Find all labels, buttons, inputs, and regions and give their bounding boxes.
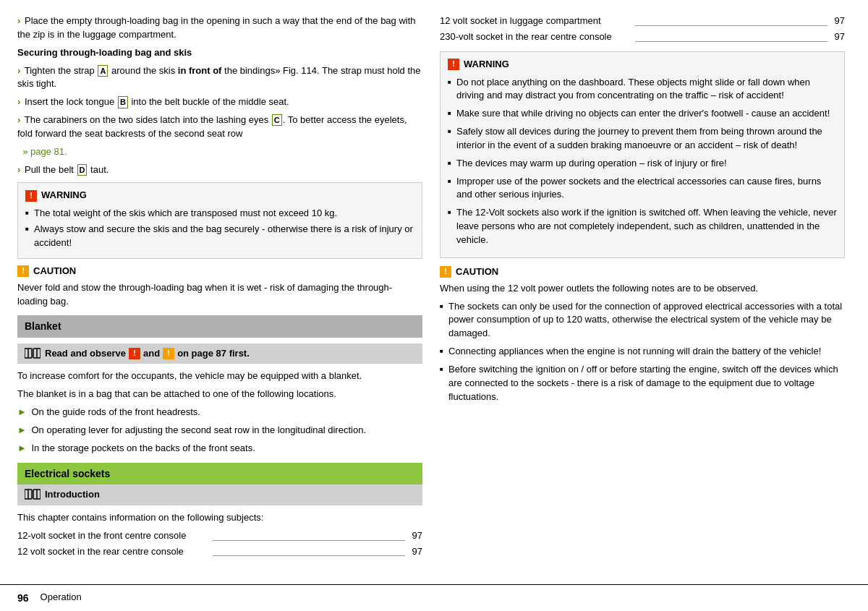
warning-list-right: Do not place anything on the dashboard. … bbox=[448, 76, 837, 247]
electrical-intro-header: Introduction bbox=[17, 484, 422, 505]
blanket-para2: The blanket is in a bag that can be atta… bbox=[17, 388, 422, 401]
label-D: D bbox=[77, 164, 88, 176]
right-toc-row-1: 12 volt socket in luggage compartment 97 bbox=[440, 14, 845, 28]
right-toc-page-2: 97 bbox=[830, 30, 845, 44]
label-A: A bbox=[98, 65, 108, 77]
electrical-intro-label: Introduction bbox=[45, 488, 100, 502]
caution-box-left: ! CAUTION Never fold and stow the throug… bbox=[17, 265, 422, 309]
caution-text-left: Never fold and stow the through-loading … bbox=[17, 281, 422, 309]
right-toc-row-2: 230-volt socket in the rear centre conso… bbox=[440, 30, 845, 44]
electrical-intro-text: This chapter contains information on the… bbox=[17, 511, 422, 525]
blanket-bullet-3: ► In the storage pockets on the backs of… bbox=[17, 442, 422, 456]
chevron-icon-2: › bbox=[17, 96, 20, 107]
warning-box-left: ! WARNING The total weight of the skis w… bbox=[17, 182, 422, 258]
bullet-arrow-1: ► bbox=[17, 406, 27, 417]
right-toc-dots-1 bbox=[635, 25, 827, 26]
toc-page-1: 97 bbox=[408, 529, 422, 543]
securing-item-1: › Tighten the strap A around the skis in… bbox=[17, 64, 422, 92]
securing-item-4: › Pull the belt D taut. bbox=[17, 163, 422, 177]
right-caution-item-2: ■ Connecting appliances when the engine … bbox=[440, 345, 845, 359]
right-toc-label-2: 230-volt socket in the rear centre conso… bbox=[440, 30, 632, 44]
warning-item-1: The total weight of the skis which are t… bbox=[25, 207, 414, 221]
blanket-bullet-1: ► On the guide rods of the front headres… bbox=[17, 406, 422, 419]
right-warning-item-1: Do not place anything on the dashboard. … bbox=[448, 76, 837, 103]
chevron-icon-3: › bbox=[17, 114, 20, 125]
warning-title-left: ! WARNING bbox=[25, 189, 414, 202]
warning-icon-left: ! bbox=[25, 190, 37, 202]
warning-icon-right: ! bbox=[448, 59, 459, 70]
right-column: 12 volt socket in luggage compartment 97… bbox=[440, 14, 845, 574]
warning-title-right: ! WARNING bbox=[448, 58, 837, 72]
chevron-icon-1: › bbox=[17, 65, 20, 76]
securing-title: Securing through-loading bag and skis bbox=[17, 46, 422, 60]
page-link[interactable]: » page 81. bbox=[22, 146, 67, 157]
toc-dots-1 bbox=[213, 540, 405, 541]
right-warning-item-6: The 12-Volt sockets also work if the ign… bbox=[448, 206, 837, 247]
right-warning-item-2: Make sure that while driving no objects … bbox=[448, 107, 837, 121]
caution-title-right: ! CAUTION bbox=[440, 265, 845, 279]
warning-list-left: The total weight of the skis which are t… bbox=[25, 207, 414, 250]
blanket-section-header: Blanket bbox=[17, 315, 422, 337]
right-warning-item-3: Safely stow all devices during the journ… bbox=[448, 125, 837, 153]
right-caution-item-3: ■ Before switching the ignition on / off… bbox=[440, 363, 845, 404]
right-warning-item-4: The devices may warm up during operation… bbox=[448, 157, 837, 171]
blanket-para1: To increase comfort for the occupants, t… bbox=[17, 369, 422, 383]
footer-page-number: 96 bbox=[17, 591, 29, 605]
caution-icon-right: ! bbox=[440, 266, 451, 278]
blanket-intro-label: Read and observe bbox=[45, 347, 126, 361]
toc-dots-2 bbox=[213, 555, 405, 556]
caution-box-right: ! CAUTION When using the 12 volt power o… bbox=[440, 265, 845, 404]
chevron-icon: › bbox=[17, 15, 20, 26]
caution-title-left: ! CAUTION bbox=[17, 265, 422, 278]
securing-item-2: › Insert the lock tongue B into the belt… bbox=[17, 95, 422, 109]
label-C: C bbox=[272, 114, 282, 126]
page: › Place the empty through-loading bag in… bbox=[0, 0, 868, 611]
warning-box-right: ! WARNING Do not place anything on the d… bbox=[440, 51, 845, 258]
label-B: B bbox=[118, 96, 128, 108]
caution-inline-icon: ! bbox=[163, 348, 174, 359]
chevron-icon-4: › bbox=[17, 164, 20, 175]
securing-item-3b: » page 81. bbox=[17, 145, 422, 159]
blanket-bullet-2: ► On operating lever for adjusting the s… bbox=[17, 424, 422, 437]
footer-section-label: Operation bbox=[41, 591, 82, 604]
right-caution-list: ■ The sockets can only be used for the c… bbox=[440, 300, 845, 404]
bullet-arrow-2: ► bbox=[17, 424, 27, 435]
right-toc-label-1: 12 volt socket in luggage compartment bbox=[440, 14, 632, 28]
toc-label-2: 12 volt socket in the rear centre consol… bbox=[17, 545, 210, 559]
book-icon-2 bbox=[25, 489, 41, 500]
intro-paragraph: › Place the empty through-loading bag in… bbox=[17, 14, 422, 42]
right-toc-dots-2 bbox=[635, 41, 827, 42]
right-toc-page-1: 97 bbox=[830, 14, 845, 28]
book-icon bbox=[25, 348, 41, 359]
caution-icon-left: ! bbox=[17, 265, 29, 277]
toc-row-2: 12 volt socket in the rear centre consol… bbox=[17, 545, 422, 559]
warning-inline-icon: ! bbox=[129, 348, 140, 359]
toc-label-1: 12-volt socket in the front centre conso… bbox=[17, 529, 210, 543]
blanket-intro-header: Read and observe ! and ! on page 87 firs… bbox=[17, 343, 422, 364]
right-caution-intro: When using the 12 volt power outlets the… bbox=[440, 282, 845, 296]
right-caution-item-1: ■ The sockets can only be used for the c… bbox=[440, 300, 845, 341]
securing-item-3: › The carabiners on the two sides latch … bbox=[17, 114, 422, 141]
right-warning-item-5: Improper use of the power sockets and th… bbox=[448, 175, 837, 202]
warning-item-2: Always stow and secure the skis and the … bbox=[25, 223, 414, 250]
toc-page-2: 97 bbox=[408, 545, 422, 559]
toc-row-1: 12-volt socket in the front centre conso… bbox=[17, 529, 422, 543]
content-area: › Place the empty through-loading bag in… bbox=[0, 0, 868, 581]
bullet-arrow-3: ► bbox=[17, 443, 27, 453]
electrical-section-header: Electrical sockets bbox=[17, 463, 422, 484]
footer: 96 Operation bbox=[0, 584, 868, 611]
left-column: › Place the empty through-loading bag in… bbox=[17, 14, 422, 574]
